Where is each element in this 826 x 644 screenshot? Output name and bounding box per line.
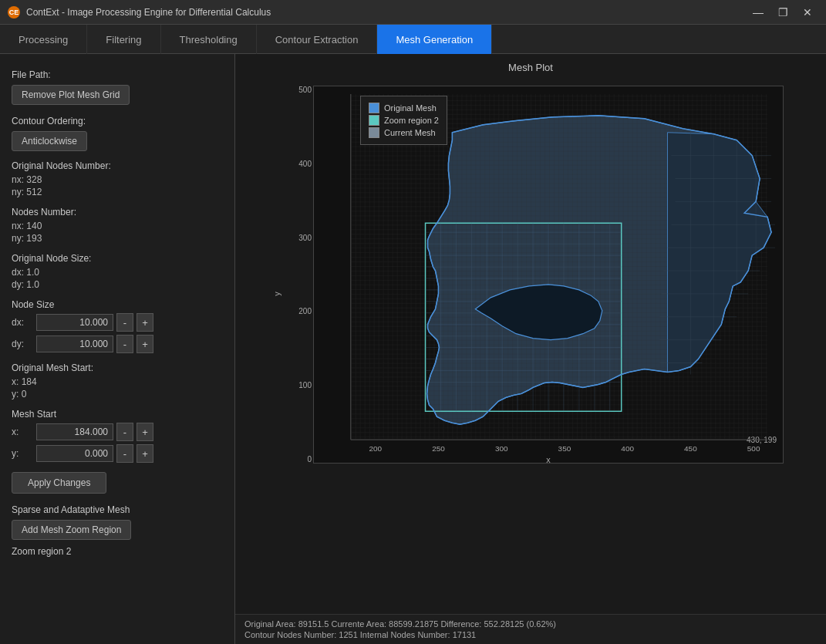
nodes-number-label: Nodes Number: [12,207,223,217]
chart-container: Mesh Plot y 5004003002001000 Original Me… [235,54,826,614]
legend-color-current [369,127,379,138]
original-nodes-label: Original Nodes Number: [12,160,223,171]
legend-color-original [369,103,379,113]
svg-text:400: 400 [621,444,634,453]
orig-mesh-x-row: x: 184 [12,376,223,387]
mesh-x-spinbox-row: x: - + [12,423,223,441]
zoom-region-label: Zoom region 2 [12,546,223,557]
svg-text:350: 350 [558,444,571,453]
remove-mesh-button[interactable]: Remove Plot Mesh Grid [12,85,130,105]
dx-plus-button[interactable]: + [137,313,153,332]
dy-spinbox-row: dy: - + [12,335,223,353]
mesh-y-spinbox-row: y: - + [12,444,223,463]
svg-text:300: 300 [495,444,508,453]
legend-item-zoom: Zoom region 2 [369,115,439,126]
legend: Original Mesh Zoom region 2 Current Mesh [360,96,447,145]
minimize-button[interactable]: — [747,5,769,20]
mesh-y-input[interactable] [36,445,113,462]
tab-thresholding[interactable]: Thresholding [161,25,257,54]
dx-minus-button[interactable]: - [116,313,133,332]
svg-text:250: 250 [432,444,445,453]
mesh-x-input[interactable] [36,423,113,440]
legend-color-zoom [369,115,379,126]
y-axis-title: y [272,292,282,296]
contour-ordering-label: Contour Ordering: [12,116,223,126]
svg-text:200: 200 [369,444,382,453]
orig-nx-row: nx: 328 [12,174,223,185]
status-bar: Original Area: 89151.5 Currente Area: 88… [235,614,826,644]
plot-area[interactable]: Original Mesh Zoom region 2 Current Mesh… [313,86,784,464]
dx-spinbox-row: dx: - + [12,313,223,332]
apply-changes-button[interactable]: Apply Changes [12,472,106,494]
tab-mesh-generation[interactable]: Mesh Generation [377,25,492,54]
orig-mesh-y-row: y: 0 [12,389,223,400]
main-layout: File Path: Remove Plot Mesh Grid Contour… [0,54,826,644]
svg-text:450: 450 [684,444,697,453]
sidebar: File Path: Remove Plot Mesh Grid Contour… [0,54,235,644]
dx-label: dx: [12,317,33,328]
orig-node-size-label: Original Node Size: [12,253,223,264]
title-bar: CE ContExt - Image Processing Engine for… [0,0,826,25]
maximize-button[interactable]: ❐ [772,5,794,20]
mesh-x-minus-button[interactable]: - [116,423,133,441]
window-title: ContExt - Image Processing Engine for Di… [26,7,271,18]
app-icon: CE [8,6,20,19]
title-bar-controls[interactable]: — ❐ ✕ [747,5,818,20]
mesh-y-label: y: [12,448,33,459]
add-zoom-region-button[interactable]: Add Mesh Zoom Region [12,520,131,540]
node-size-label: Node Size [12,299,223,310]
y-axis-labels: 5004003002001000 [282,86,312,464]
legend-item-original: Original Mesh [369,103,439,113]
mesh-start-label: Mesh Start [12,409,223,420]
legend-item-current: Current Mesh [369,127,439,138]
tab-bar: Processing Filtering Thresholding Contou… [0,25,826,54]
dy-minus-button[interactable]: - [116,335,133,353]
mesh-x-label: x: [12,427,33,437]
title-bar-left: CE ContExt - Image Processing Engine for… [8,6,271,19]
mesh-x-plus-button[interactable]: + [137,423,153,441]
content-area: Mesh Plot y 5004003002001000 Original Me… [235,54,826,644]
dy-input[interactable] [36,335,113,352]
legend-label-zoom: Zoom region 2 [384,116,439,125]
orig-ny-row: ny: 512 [12,187,223,197]
orig-dx-row: dx: 1.0 [12,267,223,278]
orig-dy-row: dy: 1.0 [12,279,223,290]
tab-filtering[interactable]: Filtering [87,25,160,54]
dy-label: dy: [12,339,33,349]
sparse-title: Sparse and Adataptive Mesh [12,504,223,515]
chart-title: Mesh Plot [243,62,818,73]
anticlockwise-button[interactable]: Anticlockwise [12,131,87,151]
legend-label-current: Current Mesh [384,128,436,137]
mesh-y-minus-button[interactable]: - [116,444,133,463]
dx-input[interactable] [36,314,113,331]
svg-text:x: x [546,455,551,463]
tab-contour-extraction[interactable]: Contour Extraction [257,25,378,54]
orig-mesh-start-label: Original Mesh Start: [12,362,223,373]
nodes-status-line: Contour Nodes Number: 1251 Internal Node… [244,630,817,639]
mesh-y-plus-button[interactable]: + [137,444,153,463]
close-button[interactable]: ✕ [797,5,818,20]
nodes-nx-row: nx: 140 [12,221,223,231]
area-status-line: Original Area: 89151.5 Currente Area: 88… [244,619,817,629]
nodes-ny-row: ny: 193 [12,233,223,244]
svg-text:500: 500 [747,444,760,453]
file-path-label: File Path: [12,69,223,80]
tab-processing[interactable]: Processing [0,25,87,54]
legend-label-original: Original Mesh [384,103,437,113]
dy-plus-button[interactable]: + [137,335,153,353]
